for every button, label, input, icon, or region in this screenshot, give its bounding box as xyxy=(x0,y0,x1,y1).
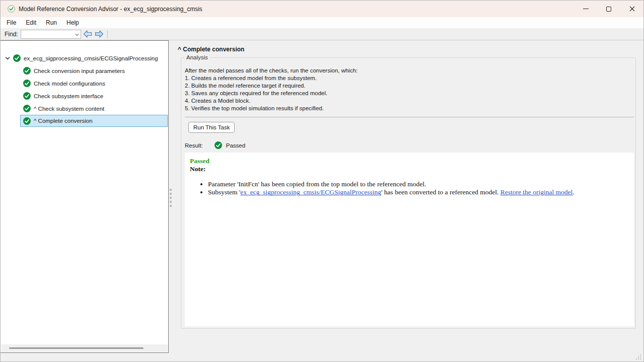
report-box: Passed Note: Parameter 'InitFcn' has bee… xyxy=(185,153,634,326)
report-note-label: Note: xyxy=(190,165,629,173)
splitter-dot xyxy=(170,189,172,191)
note-text: ' has been converted to a referenced mod… xyxy=(381,188,500,196)
analysis-description: After the model passes all of the checks… xyxy=(185,67,357,112)
subsystem-link[interactable]: ex_ecg_sigprocessing_cmsis/ECGSignalProc… xyxy=(240,188,381,196)
minimize-icon xyxy=(583,9,589,9)
passed-check-icon xyxy=(23,67,31,75)
splitter-dot xyxy=(170,197,172,199)
menu-file[interactable]: File xyxy=(2,18,21,27)
analysis-step: 5. Verifies the top model simulation res… xyxy=(185,105,357,112)
find-label: Find: xyxy=(5,31,18,38)
check-tree-panel: ex_ecg_sigprocessing_cmsis/ECGSignalProc… xyxy=(1,40,169,353)
result-row: Result: Passed xyxy=(185,141,245,149)
analysis-step: 3. Saves any objects required for the re… xyxy=(185,90,357,97)
passed-check-icon xyxy=(23,117,31,125)
window-title: Model Reference Conversion Advisor - ex_… xyxy=(19,6,202,13)
note-text: Parameter 'InitFcn' has been copied from… xyxy=(208,180,426,188)
resize-grip-icon[interactable] xyxy=(636,354,641,359)
run-this-task-button[interactable]: Run This Task xyxy=(188,122,235,133)
tree-item-label: ^ Check subsystem content xyxy=(34,106,104,112)
passed-check-icon xyxy=(13,54,21,62)
app-check-icon xyxy=(8,5,15,13)
passed-check-icon xyxy=(23,105,31,112)
report-content: Passed Note: Parameter 'InitFcn' has bee… xyxy=(185,153,634,201)
result-value: Passed xyxy=(226,142,245,149)
passed-check-icon xyxy=(23,92,31,100)
tree-item-label: ^ Complete conversion xyxy=(34,118,93,124)
find-toolbar: Find: xyxy=(1,28,643,40)
main-area: ex_ecg_sigprocessing_cmsis/ECGSignalProc… xyxy=(1,40,643,361)
task-detail-panel: ^ Complete conversion Analysis After the… xyxy=(178,40,643,361)
report-notes-list: Parameter 'InitFcn' has been copied from… xyxy=(208,180,629,196)
maximize-icon xyxy=(606,7,611,12)
result-label: Result: xyxy=(185,142,203,149)
report-status: Passed xyxy=(190,157,629,165)
panel-splitter[interactable] xyxy=(169,40,178,362)
tree-root-label: ex_ecg_sigprocessing_cmsis/ECGSignalProc… xyxy=(24,55,158,61)
chevron-down-icon[interactable] xyxy=(75,33,79,37)
menubar: File Edit Run Help xyxy=(1,17,643,28)
tree-item-check-model-configurations[interactable]: Check model configurations xyxy=(1,77,105,90)
tree-item-label: Check subsystem interface xyxy=(34,93,103,99)
passed-check-icon xyxy=(23,80,31,87)
scrollbar-thumb[interactable] xyxy=(9,347,144,349)
find-next-button[interactable] xyxy=(94,29,104,39)
toolbar-separator xyxy=(107,30,108,38)
task-title: ^ Complete conversion xyxy=(178,46,244,53)
menu-help[interactable]: Help xyxy=(62,18,84,27)
tree-item-check-conversion-input-parameters[interactable]: Check conversion input parameters xyxy=(1,64,125,77)
window-controls xyxy=(574,1,643,17)
restore-original-model-link[interactable]: Restore the original model xyxy=(500,188,573,196)
analysis-step: 4. Creates a Model block. xyxy=(185,97,357,105)
menu-run[interactable]: Run xyxy=(41,18,61,27)
arrow-right-icon xyxy=(95,30,104,38)
analysis-separator xyxy=(185,117,634,117)
find-input[interactable] xyxy=(23,31,73,38)
analysis-step: 2. Builds the model reference target if … xyxy=(185,82,357,90)
report-note-item: Subsystem 'ex_ecg_sigprocessing_cmsis/EC… xyxy=(208,188,629,196)
note-text: . xyxy=(573,188,574,196)
analysis-legend: Analysis xyxy=(184,54,210,60)
close-button[interactable] xyxy=(620,1,643,17)
arrow-left-icon xyxy=(83,30,92,38)
chevron-expanded-icon[interactable] xyxy=(5,56,10,61)
splitter-dot xyxy=(170,205,172,207)
tree-item-check-subsystem-content[interactable]: ^ Check subsystem content xyxy=(1,102,104,115)
tree-item-label: Check model configurations xyxy=(34,81,105,87)
tree-root-node[interactable]: ex_ecg_sigprocessing_cmsis/ECGSignalProc… xyxy=(1,52,158,64)
analysis-intro: After the model passes all of the checks… xyxy=(185,67,357,75)
find-combobox[interactable] xyxy=(21,30,81,39)
analysis-groupbox: Analysis After the model passes all of t… xyxy=(181,57,636,329)
find-previous-button[interactable] xyxy=(83,29,93,39)
analysis-step: 1. Creates a referenced model from the s… xyxy=(185,75,357,82)
tree-horizontal-scrollbar[interactable] xyxy=(1,344,168,352)
menu-edit[interactable]: Edit xyxy=(21,18,41,27)
result-passed-icon xyxy=(214,141,222,149)
minimize-button[interactable] xyxy=(574,1,597,17)
note-text: Subsystem ' xyxy=(208,188,240,196)
app-window: Model Reference Conversion Advisor - ex_… xyxy=(0,0,644,362)
tree-item-check-subsystem-interface[interactable]: Check subsystem interface xyxy=(1,90,103,102)
maximize-button[interactable] xyxy=(597,1,620,17)
tree-item-complete-conversion-selected[interactable]: ^ Complete conversion xyxy=(20,115,168,127)
analysis-steps: 1. Creates a referenced model from the s… xyxy=(185,75,357,112)
close-icon xyxy=(629,6,635,12)
tree-item-label: Check conversion input parameters xyxy=(34,68,125,74)
report-note-item: Parameter 'InitFcn' has been copied from… xyxy=(208,180,629,188)
splitter-dot xyxy=(170,201,172,203)
splitter-dot xyxy=(170,193,172,195)
titlebar: Model Reference Conversion Advisor - ex_… xyxy=(1,1,643,17)
